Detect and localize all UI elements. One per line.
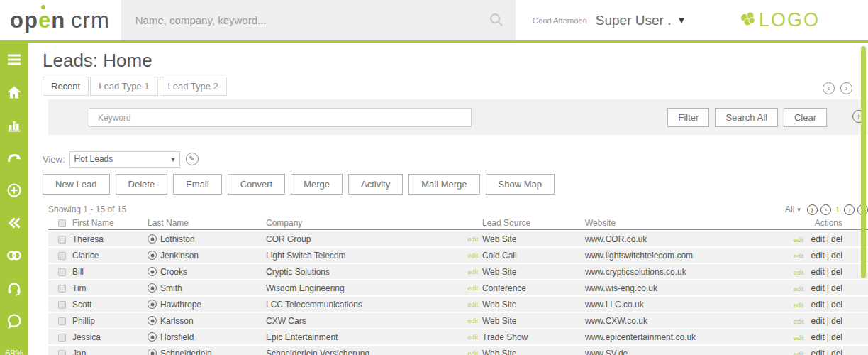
show-map-button[interactable]: Show Map xyxy=(486,174,555,195)
preview-eye-icon[interactable] xyxy=(148,234,157,244)
lead-website[interactable]: www.epicentertainment.co.uk xyxy=(578,332,736,342)
lead-company[interactable]: Cryptic Solutions xyxy=(266,267,465,277)
quick-edit-link[interactable]: edit xyxy=(794,236,804,244)
linked-rings-icon[interactable] xyxy=(6,247,23,264)
delete-link[interactable]: del xyxy=(831,316,842,326)
delete-link[interactable]: del xyxy=(831,251,842,261)
col-lead-source[interactable]: Lead Source xyxy=(478,218,578,228)
inline-edit-link[interactable]: edit xyxy=(465,334,478,341)
email-button[interactable]: Email xyxy=(173,174,222,195)
edit-link[interactable]: edit xyxy=(811,267,825,277)
search-icon[interactable] xyxy=(489,12,504,28)
preview-eye-icon[interactable] xyxy=(148,300,157,309)
edit-view-icon[interactable]: ✎ xyxy=(186,153,199,165)
keyword-input[interactable] xyxy=(89,108,472,127)
lead-first-name[interactable]: Clarice xyxy=(72,251,148,261)
lead-first-name[interactable]: Scott xyxy=(72,300,148,310)
row-checkbox[interactable] xyxy=(58,236,66,244)
menu-icon[interactable] xyxy=(6,51,23,68)
inline-edit-link[interactable]: edit xyxy=(465,317,478,324)
tab-lead-type-2[interactable]: Lead Type 2 xyxy=(160,77,227,96)
user-menu[interactable]: Super User . xyxy=(596,13,672,28)
lead-website[interactable]: www.SV.de xyxy=(578,349,736,355)
home-icon[interactable] xyxy=(6,84,23,101)
lead-first-name[interactable]: Jessica xyxy=(72,332,148,342)
page-size-caret-icon[interactable]: ▾ xyxy=(797,206,801,213)
inline-edit-link[interactable]: edit xyxy=(465,301,478,308)
delete-link[interactable]: del xyxy=(831,283,842,293)
convert-button[interactable]: Convert xyxy=(228,174,286,195)
lead-company[interactable]: Epic Entertainment xyxy=(266,332,465,342)
first-page-icon[interactable]: |‹ xyxy=(807,204,818,215)
quick-edit-link[interactable]: edit xyxy=(794,269,804,276)
reports-bar-chart-icon[interactable] xyxy=(6,116,23,133)
user-menu-caret-icon[interactable]: ▼ xyxy=(677,15,686,26)
row-checkbox[interactable] xyxy=(58,350,66,355)
quick-edit-link[interactable]: edit xyxy=(794,334,804,342)
new-lead-button[interactable]: New Lead xyxy=(43,174,110,195)
delete-link[interactable]: del xyxy=(831,349,842,355)
lead-last-name[interactable]: Jenkinson xyxy=(160,251,199,261)
lead-company[interactable]: COR Group xyxy=(266,234,465,244)
lead-company[interactable]: Schneiderlein Versicherung xyxy=(266,349,465,355)
lead-last-name[interactable]: Smith xyxy=(160,283,182,293)
page-size-select[interactable]: All xyxy=(785,204,794,214)
quick-edit-link[interactable]: edit xyxy=(794,302,804,309)
headset-support-icon[interactable] xyxy=(6,280,23,297)
lead-company[interactable]: CXW Cars xyxy=(266,316,465,326)
inline-edit-link[interactable]: edit xyxy=(465,285,478,292)
clear-button[interactable]: Clear xyxy=(784,108,827,127)
lead-last-name[interactable]: Crooks xyxy=(160,267,187,277)
inline-edit-link[interactable]: edit xyxy=(465,252,478,259)
edit-link[interactable]: edit xyxy=(811,316,825,326)
lead-website[interactable]: www.COR.co.uk xyxy=(578,234,736,244)
edit-link[interactable]: edit xyxy=(811,332,825,342)
redo-arrow-icon[interactable] xyxy=(6,149,23,166)
row-checkbox[interactable] xyxy=(58,268,66,276)
tab-recent[interactable]: Recent xyxy=(43,77,89,96)
merge-button[interactable]: Merge xyxy=(291,174,343,195)
view-select[interactable]: Hot Leads▾ xyxy=(69,151,180,168)
activity-button[interactable]: Activity xyxy=(348,174,403,195)
lead-company[interactable]: Wisdom Engineering xyxy=(266,283,465,293)
preview-eye-icon[interactable] xyxy=(148,349,157,355)
preview-eye-icon[interactable] xyxy=(148,316,157,325)
row-checkbox[interactable] xyxy=(58,252,66,260)
row-checkbox[interactable] xyxy=(58,301,66,309)
lead-company[interactable]: LCC Telecemmunications xyxy=(266,300,465,310)
prev-page-icon[interactable]: ‹ xyxy=(820,204,831,215)
next-page-icon[interactable]: › xyxy=(844,204,855,215)
opencrm-logo[interactable]: opencrm xyxy=(10,8,110,33)
col-last-name[interactable]: Last Name xyxy=(148,218,266,228)
quick-edit-link[interactable]: edit xyxy=(794,253,804,260)
lead-website[interactable]: www.LLC.co.uk xyxy=(578,300,736,310)
lead-first-name[interactable]: Theresa xyxy=(72,234,148,244)
mail-merge-button[interactable]: Mail Merge xyxy=(408,174,479,195)
lead-last-name[interactable]: Horsfield xyxy=(160,332,194,342)
delete-button[interactable]: Delete xyxy=(116,174,168,195)
delete-link[interactable]: del xyxy=(831,234,842,244)
quick-edit-link[interactable]: edit xyxy=(794,285,804,293)
edit-link[interactable]: edit xyxy=(811,349,825,355)
preview-eye-icon[interactable] xyxy=(148,332,157,342)
select-all-checkbox[interactable] xyxy=(58,219,66,227)
inline-edit-link[interactable]: edit xyxy=(465,350,478,355)
preview-eye-icon[interactable] xyxy=(148,251,157,260)
row-checkbox[interactable] xyxy=(58,285,66,293)
preview-eye-icon[interactable] xyxy=(148,283,157,293)
inline-edit-link[interactable]: edit xyxy=(465,236,478,243)
vertical-scrollbar-thumb[interactable] xyxy=(861,46,866,278)
lead-first-name[interactable]: Phillip xyxy=(72,316,148,326)
tab-lead-type-1[interactable]: Lead Type 1 xyxy=(90,77,157,96)
lead-first-name[interactable]: Jan xyxy=(72,349,148,355)
lead-last-name[interactable]: Hawthrope xyxy=(160,300,201,310)
filter-button[interactable]: Filter xyxy=(667,108,709,127)
lead-last-name[interactable]: Karlsson xyxy=(160,316,194,326)
lead-last-name[interactable]: Schneiderlein xyxy=(160,349,212,355)
lead-company[interactable]: Light Switch Telecom xyxy=(266,251,465,261)
edit-link[interactable]: edit xyxy=(811,234,825,244)
col-first-name[interactable]: First Name xyxy=(72,218,148,228)
preview-eye-icon[interactable] xyxy=(148,267,157,276)
delete-link[interactable]: del xyxy=(831,332,842,342)
lead-website[interactable]: www.lightswitchtelecom.com xyxy=(578,251,736,261)
